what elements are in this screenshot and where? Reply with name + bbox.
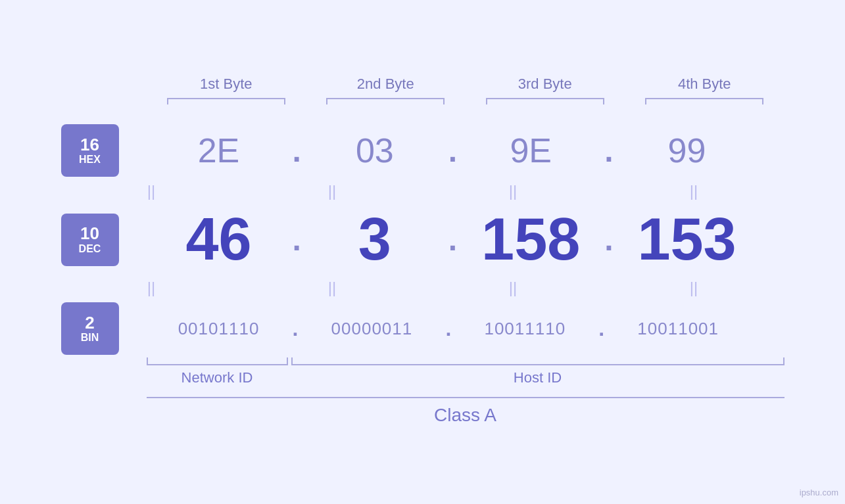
conn-3: || — [441, 182, 585, 200]
dot-bin-2: . — [445, 317, 451, 341]
connector-hex-dec: || || || || — [61, 181, 785, 202]
bin-b4-cell: 10011001 — [606, 319, 750, 339]
dot-hex-2: . — [448, 133, 457, 169]
hex-b4-cell: 99 — [615, 131, 760, 170]
hex-values: 2E . 03 . 9E . 99 — [147, 131, 785, 170]
bin-b3-cell: 10011110 — [452, 319, 597, 339]
class-bar-line — [147, 397, 785, 398]
hex-b1: 2E — [198, 131, 240, 170]
dec-b4: 153 — [637, 206, 736, 273]
top-bracket-4 — [645, 98, 763, 104]
hex-b2: 03 — [356, 131, 394, 170]
dec-b1: 46 — [185, 206, 251, 273]
hex-base-num: 16 — [80, 135, 99, 154]
host-id-label: Host ID — [291, 369, 785, 386]
bin-base-num: 2 — [85, 313, 94, 332]
bin-values: 00101110 . 00000011 . 10011110 . 1001100… — [147, 317, 785, 341]
bin-base-label: BIN — [81, 332, 99, 344]
hex-row: 16 HEX 2E . 03 . 9E . 99 — [61, 124, 785, 177]
main-container: 1st Byte 2nd Byte 3rd Byte 4th Byte 16 H… — [61, 76, 785, 428]
dec-b2-cell: 3 — [302, 206, 447, 273]
top-bracket-2 — [326, 98, 445, 104]
dot-hex-3: . — [604, 133, 613, 169]
hex-base-label: HEX — [79, 154, 101, 166]
connectors-2: || || || || — [61, 277, 785, 298]
conn2-3: || — [441, 279, 585, 297]
id-labels: Network ID Host ID — [147, 369, 785, 386]
hex-b4: 99 — [668, 131, 706, 170]
dot-bin-3: . — [598, 317, 604, 341]
dot-dec-1: . — [293, 221, 301, 258]
watermark: ipshu.com — [800, 488, 838, 497]
bin-row: 2 BIN 00101110 . 00000011 . 10011110 . 1… — [61, 302, 785, 355]
hex-b1-cell: 2E — [147, 131, 291, 170]
conn-2: || — [260, 182, 404, 200]
hex-b3-cell: 9E — [458, 131, 603, 170]
conn2-2: || — [260, 279, 404, 297]
bin-b3: 10011110 — [484, 319, 566, 339]
byte2-header: 2nd Byte — [320, 76, 451, 93]
conn2-1: || — [79, 279, 224, 297]
dec-values: 46 . 3 . 158 . 153 — [147, 206, 785, 273]
bin-b2: 00000011 — [331, 319, 413, 339]
top-brackets — [147, 98, 785, 104]
bin-b1-cell: 00101110 — [147, 319, 291, 339]
connector-dec-bin: || || || || — [61, 277, 785, 298]
bin-badge: 2 BIN — [61, 302, 119, 355]
dec-b3: 158 — [481, 206, 580, 273]
conn-1: || — [79, 182, 224, 200]
network-id-label: Network ID — [147, 369, 288, 386]
conn2-4: || — [621, 279, 766, 297]
dot-dec-2: . — [448, 221, 457, 258]
bottom-brackets — [147, 357, 785, 365]
top-bracket-1 — [167, 98, 285, 104]
byte-headers: 1st Byte 2nd Byte 3rd Byte 4th Byte — [147, 76, 785, 93]
byte1-header: 1st Byte — [160, 76, 292, 93]
host-id-bracket — [291, 357, 785, 365]
dec-b4-cell: 153 — [615, 206, 760, 273]
connectors-1: || || || || — [61, 181, 785, 202]
dec-b2: 3 — [358, 206, 391, 273]
dot-bin-1: . — [293, 317, 299, 341]
dec-base-label: DEC — [79, 243, 101, 255]
class-bar-area: Class A — [147, 397, 785, 428]
class-label: Class A — [147, 402, 785, 428]
dot-hex-1: . — [293, 133, 301, 169]
dec-b1-cell: 46 — [147, 206, 291, 273]
top-bracket-3 — [486, 98, 604, 104]
dec-base-num: 10 — [80, 224, 99, 243]
dot-dec-3: . — [604, 221, 613, 258]
hex-b2-cell: 03 — [302, 131, 447, 170]
dec-row: 10 DEC 46 . 3 . 158 . 153 — [61, 206, 785, 273]
bin-b4: 10011001 — [637, 319, 719, 339]
hex-badge: 16 HEX — [61, 124, 119, 177]
bin-b2-cell: 00000011 — [299, 319, 444, 339]
hex-b3: 9E — [510, 131, 552, 170]
bottom-brackets-area — [147, 357, 785, 365]
dec-b3-cell: 158 — [458, 206, 603, 273]
conn-4: || — [621, 182, 766, 200]
bin-b1: 00101110 — [178, 319, 260, 339]
byte3-header: 3rd Byte — [479, 76, 611, 93]
dec-badge: 10 DEC — [61, 214, 119, 266]
byte4-header: 4th Byte — [639, 76, 770, 93]
network-id-bracket — [147, 357, 288, 365]
